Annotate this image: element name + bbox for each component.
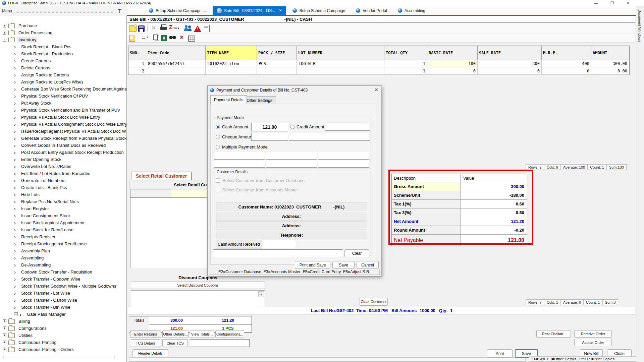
grid-cell-item_code[interactable] — [146, 67, 206, 75]
expand-plus-icon[interactable]: + — [3, 326, 6, 330]
alert-icon[interactable] — [194, 25, 201, 32]
grid-cell-pack[interactable]: PCS. — [257, 60, 297, 67]
sidebar-item-generate-box-wise-stock-receiving-docume[interactable]: ›Generate Box Wise Stock Receiving Docum… — [0, 85, 126, 93]
sidebar-item-stock-transfer-carton-wise[interactable]: ›Stock Transfer - Carton Wise — [0, 297, 126, 304]
grid-cell-basic[interactable]: 100 — [427, 60, 478, 67]
clear-button[interactable]: Clear — [344, 249, 369, 257]
multi-pay-input-2[interactable] — [266, 152, 317, 160]
expand-plus-icon[interactable]: + — [3, 319, 6, 323]
dialog-save-button[interactable]: Save — [332, 261, 355, 269]
sidebar-item-stock-transfer-godown-wise-multiple-godo[interactable]: ›Stock Transfer Godown Wise - Multiple G… — [0, 283, 126, 290]
sidebar-item-post-account-entry-against-stock-receipt[interactable]: ›Post Account Entry Against Stock Receip… — [0, 149, 126, 156]
tcs-input[interactable] — [190, 339, 250, 347]
tab-setup-scheme-campaign[interactable]: Setup Scheme Campaign ... — [145, 6, 210, 15]
grid-cell-mrp[interactable]: 0 — [542, 67, 591, 75]
multi-pay-input-5[interactable] — [266, 160, 317, 168]
customer-database-checkbox[interactable] — [216, 178, 220, 183]
multi-pay-input-6[interactable] — [318, 160, 369, 168]
document-windows-strip[interactable]: Document Windows — [636, 6, 644, 362]
print-icon[interactable] — [160, 24, 167, 32]
sidebar-item-receipt-stock-against-rent-lease[interactable]: ›Receipt Stock against Rent/Lease — [0, 240, 126, 247]
grid-cell-sno[interactable]: 2 — [128, 67, 146, 75]
expand-plus-icon[interactable]: + — [3, 334, 6, 337]
sidebar-item-stock-transfer-godown-wise[interactable]: ›Stock Transfer - Godown Wise — [0, 276, 126, 283]
save-icon[interactable] — [138, 25, 145, 32]
tab-close-icon[interactable]: ✕ — [279, 8, 282, 13]
print-button[interactable]: Print — [487, 349, 513, 358]
sidebar-item-replace-pcs-no-s-serial-no-s[interactable]: ›Replace Pcs No`s/Serial No`s — [0, 198, 126, 205]
sidebar-item-put-away-stock[interactable]: ›Put Away Stock — [0, 100, 126, 107]
new-bill-icon[interactable] — [129, 25, 137, 32]
aaptak-order-button[interactable]: Aaptak Order — [574, 339, 612, 346]
grid-cell-item_name[interactable]: 20102023_item — [206, 60, 257, 67]
cash-amount-input[interactable]: 121.00 — [251, 123, 288, 131]
tab-vendor-portal[interactable]: Vendor Portal — [352, 6, 391, 15]
grid-cell-qty[interactable]: 1 — [384, 67, 427, 75]
sidebar-item-configurations[interactable]: +Configurations — [0, 325, 126, 332]
multiple-payment-radio[interactable] — [216, 145, 220, 149]
cheque-detail-input[interactable] — [289, 133, 370, 141]
edit-form-icon[interactable] — [129, 35, 135, 42]
tab-setup-scheme-campaign[interactable]: Setup Scheme Campaign — [288, 6, 349, 15]
grid-cell-sale[interactable]: 300 — [478, 60, 542, 67]
expand-plus-icon[interactable]: + — [3, 348, 6, 351]
cash-amount-radio[interactable] — [216, 125, 220, 129]
sidebar-item-issue-receipt-against-physical-vs-actual[interactable]: ›Issue/Receipt against Physical Vs Actua… — [0, 128, 126, 135]
view-totals-button[interactable]: View Totals... — [190, 330, 214, 338]
customer-search-input[interactable] — [213, 249, 343, 257]
sidebar-item-generate-lot-numbers[interactable]: ›Generate Lot Numbers — [0, 177, 126, 184]
sidebar-item-assembling[interactable]: ›Assembling — [0, 254, 126, 261]
form-settings-icon[interactable] — [203, 25, 210, 32]
other-details-button[interactable]: Other Details... — [162, 330, 189, 338]
find-icon[interactable] — [169, 34, 177, 42]
sidebar-item-stock-transfer-bin-wise[interactable]: ›Stock Transfer - Bin Wise — [0, 304, 126, 311]
sidebar-item-overwrite-lot-no-s-rates[interactable]: ›Overwrite Lot No.`s/Rates — [0, 163, 126, 170]
sidebar-item-billing[interactable]: +Billing — [0, 318, 126, 325]
sidebar-item-order-processing[interactable]: +Order Processing — [0, 29, 126, 36]
sidebar-item-convert-goods-in-transit-docs-as-receive[interactable]: ›Convert Goods in Transit Docs as Receiv… — [0, 142, 126, 149]
customers-icon[interactable] — [184, 24, 192, 32]
sidebar-item-generate-stock-receipt-from-purchase-phy[interactable]: ›Generate Stock Receipt from Purchase Ph… — [0, 135, 126, 142]
grid-cell-qty[interactable]: 1 — [384, 60, 427, 67]
sidebar-item-physical-stock-verification-and-bin-tran[interactable]: ›Physical Stock Verification and Bin Tra… — [0, 107, 126, 114]
clear-tcs-button[interactable]: Clear TCS — [162, 339, 188, 347]
retv-challan-button[interactable]: Retv Challan.. — [536, 330, 571, 338]
column-resize-icon[interactable] — [141, 34, 151, 42]
close-button[interactable]: ✕ — [623, 0, 634, 6]
sidebar-item-stock-receipt-blank-pcs[interactable]: ›Stock Receipt - Blank Pcs — [0, 43, 126, 50]
enter-returns-button[interactable]: Enter Returns — [130, 330, 161, 338]
sidebar-item-de-assembling[interactable]: ›De-Assembling — [0, 261, 126, 268]
sidebar-item-create-lots-blank-pcs[interactable]: ›Create Lots - Blank Pcs — [0, 184, 126, 191]
menu-label[interactable]: Menu — [2, 9, 12, 13]
header-details-button[interactable]: Header Details — [132, 349, 168, 357]
tab-payment-details[interactable]: Payment Details — [210, 95, 247, 104]
sidebar-item-create-cartons[interactable]: ›Create Cartons — [0, 57, 126, 64]
cheque-amount-radio[interactable] — [216, 135, 220, 139]
minimize-button[interactable]: — — [590, 0, 602, 6]
grid-cell-item_code[interactable]: 890255677642451 — [146, 60, 206, 67]
tab-other-settings[interactable]: Other Settings — [243, 96, 276, 104]
sidebar-item-stock-transfer-lot-wise[interactable]: ›Stock Transfer - Lot Wise — [0, 290, 126, 297]
collapse-minus-icon[interactable]: − — [3, 38, 6, 42]
sidebar-item-stock-receipt-production[interactable]: ›Stock Receipt - Production — [0, 50, 126, 57]
dialog-cancel-button[interactable]: Cancel — [357, 261, 379, 269]
grid-cell-amount[interactable]: 0.00 — [591, 67, 629, 75]
tab-sale-bill-03-01-2024-gs[interactable]: Sale Bill - 03/01/2024 - GS...✕ — [213, 6, 286, 15]
multi-pay-input-1[interactable] — [214, 152, 265, 160]
grid-cell-basic[interactable]: 0 — [427, 67, 478, 75]
sidebar-item-godown-stock-transfer-requisition[interactable]: ›Godown Stock Transfer - Requisition — [0, 268, 126, 276]
sidebar-item-utilities[interactable]: +Utilities — [0, 332, 126, 339]
accounts-master-checkbox[interactable] — [216, 188, 220, 192]
select-discount-coupons-button[interactable]: Select Discount Coupons — [131, 282, 265, 289]
clear-customer-button[interactable]: Clear Customer — [360, 298, 388, 306]
reterive-order-button[interactable]: Reterive Order — [574, 330, 612, 338]
sidebar-item-delete-cartons[interactable]: ›Delete Cartons — [0, 64, 126, 71]
sidebar-item-issue-stock-for-rent-lease[interactable]: ›Issue Stock for Rent/Lease — [0, 226, 126, 233]
sidebar-item-issue-stock-against-appointment[interactable]: ›Issue Stock against Appointment — [0, 219, 126, 226]
credit-amount-input[interactable] — [325, 123, 370, 131]
cheque-amount-input[interactable] — [251, 133, 288, 141]
grid-cell-lot[interactable] — [297, 67, 384, 75]
expand-plus-icon[interactable]: + — [3, 341, 6, 344]
grid-cell-lot[interactable]: LOGIN_B — [297, 60, 384, 67]
sidebar-item-purchase[interactable]: +Purchase — [0, 22, 126, 29]
